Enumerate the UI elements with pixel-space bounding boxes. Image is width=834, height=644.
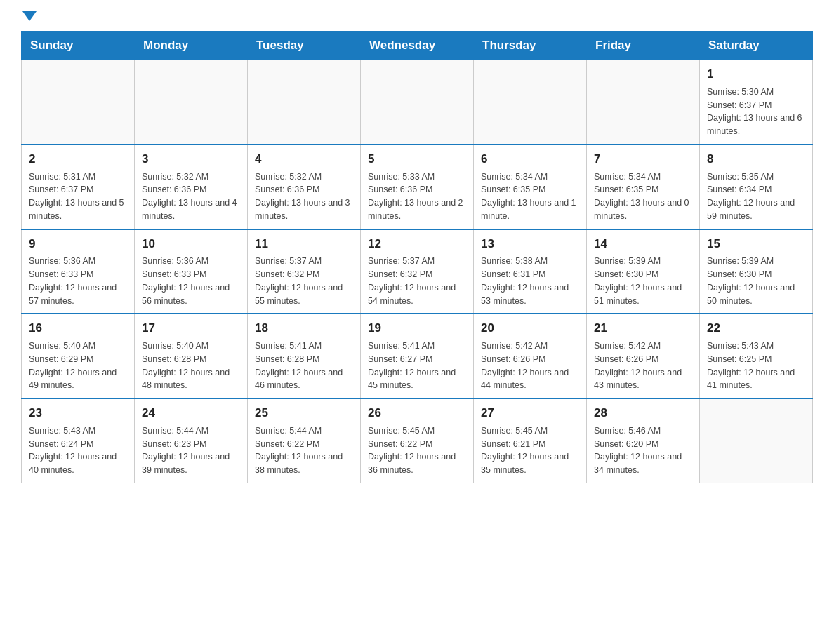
day-number: 24 bbox=[142, 405, 240, 422]
calendar-day-cell: 22Sunrise: 5:43 AMSunset: 6:25 PMDayligh… bbox=[700, 314, 813, 398]
day-number: 10 bbox=[142, 236, 240, 253]
calendar-day-cell: 2Sunrise: 5:31 AMSunset: 6:37 PMDaylight… bbox=[22, 145, 135, 229]
calendar-day-cell: 18Sunrise: 5:41 AMSunset: 6:28 PMDayligh… bbox=[248, 314, 361, 398]
day-info: Sunrise: 5:46 AMSunset: 6:20 PMDaylight:… bbox=[594, 424, 692, 477]
day-number: 11 bbox=[255, 236, 353, 253]
calendar-day-cell: 19Sunrise: 5:41 AMSunset: 6:27 PMDayligh… bbox=[361, 314, 474, 398]
calendar-week-row: 9Sunrise: 5:36 AMSunset: 6:33 PMDaylight… bbox=[22, 229, 813, 314]
day-number: 23 bbox=[29, 405, 127, 422]
day-number: 7 bbox=[594, 151, 692, 168]
day-info: Sunrise: 5:32 AMSunset: 6:36 PMDaylight:… bbox=[142, 170, 240, 223]
calendar-day-cell: 7Sunrise: 5:34 AMSunset: 6:35 PMDaylight… bbox=[587, 145, 700, 229]
calendar-day-cell: 23Sunrise: 5:43 AMSunset: 6:24 PMDayligh… bbox=[22, 398, 135, 483]
day-info: Sunrise: 5:45 AMSunset: 6:22 PMDaylight:… bbox=[368, 424, 466, 477]
calendar-header-tuesday: Tuesday bbox=[248, 32, 361, 60]
day-info: Sunrise: 5:39 AMSunset: 6:30 PMDaylight:… bbox=[594, 255, 692, 307]
calendar-day-cell: 14Sunrise: 5:39 AMSunset: 6:30 PMDayligh… bbox=[587, 229, 700, 314]
day-info: Sunrise: 5:32 AMSunset: 6:36 PMDaylight:… bbox=[255, 170, 353, 223]
day-number: 2 bbox=[29, 151, 127, 168]
day-info: Sunrise: 5:34 AMSunset: 6:35 PMDaylight:… bbox=[594, 170, 692, 223]
day-number: 21 bbox=[594, 320, 692, 337]
day-number: 4 bbox=[255, 151, 353, 168]
calendar-day-cell: 13Sunrise: 5:38 AMSunset: 6:31 PMDayligh… bbox=[474, 229, 587, 314]
day-info: Sunrise: 5:40 AMSunset: 6:29 PMDaylight:… bbox=[29, 340, 127, 392]
calendar-header-monday: Monday bbox=[135, 32, 248, 60]
day-number: 27 bbox=[481, 405, 579, 422]
calendar-week-row: 1Sunrise: 5:30 AMSunset: 6:37 PMDaylight… bbox=[22, 60, 813, 145]
calendar-header-friday: Friday bbox=[587, 32, 700, 60]
day-info: Sunrise: 5:34 AMSunset: 6:35 PMDaylight:… bbox=[481, 170, 579, 223]
calendar-day-cell bbox=[587, 60, 700, 145]
calendar-day-cell bbox=[22, 60, 135, 145]
calendar-day-cell: 12Sunrise: 5:37 AMSunset: 6:32 PMDayligh… bbox=[361, 229, 474, 314]
calendar-day-cell bbox=[474, 60, 587, 145]
calendar-day-cell: 6Sunrise: 5:34 AMSunset: 6:35 PMDaylight… bbox=[474, 145, 587, 229]
calendar-day-cell: 11Sunrise: 5:37 AMSunset: 6:32 PMDayligh… bbox=[248, 229, 361, 314]
day-number: 3 bbox=[142, 151, 240, 168]
day-info: Sunrise: 5:36 AMSunset: 6:33 PMDaylight:… bbox=[29, 255, 127, 307]
calendar-day-cell: 3Sunrise: 5:32 AMSunset: 6:36 PMDaylight… bbox=[135, 145, 248, 229]
calendar-day-cell: 26Sunrise: 5:45 AMSunset: 6:22 PMDayligh… bbox=[361, 398, 474, 483]
day-number: 15 bbox=[707, 236, 805, 253]
day-number: 5 bbox=[368, 151, 466, 168]
day-info: Sunrise: 5:30 AMSunset: 6:37 PMDaylight:… bbox=[707, 86, 805, 138]
calendar-week-row: 16Sunrise: 5:40 AMSunset: 6:29 PMDayligh… bbox=[22, 314, 813, 398]
day-info: Sunrise: 5:33 AMSunset: 6:36 PMDaylight:… bbox=[368, 170, 466, 223]
day-number: 6 bbox=[481, 151, 579, 168]
calendar-day-cell: 16Sunrise: 5:40 AMSunset: 6:29 PMDayligh… bbox=[22, 314, 135, 398]
calendar-day-cell: 25Sunrise: 5:44 AMSunset: 6:22 PMDayligh… bbox=[248, 398, 361, 483]
calendar-day-cell: 27Sunrise: 5:45 AMSunset: 6:21 PMDayligh… bbox=[474, 398, 587, 483]
day-info: Sunrise: 5:39 AMSunset: 6:30 PMDaylight:… bbox=[707, 255, 805, 307]
calendar-header-saturday: Saturday bbox=[700, 32, 813, 60]
day-number: 18 bbox=[255, 320, 353, 337]
calendar-day-cell: 9Sunrise: 5:36 AMSunset: 6:33 PMDaylight… bbox=[22, 229, 135, 314]
logo-triangle-icon bbox=[22, 11, 37, 21]
calendar-table: SundayMondayTuesdayWednesdayThursdayFrid… bbox=[21, 31, 813, 483]
page-header bbox=[21, 14, 813, 24]
calendar-day-cell: 21Sunrise: 5:42 AMSunset: 6:26 PMDayligh… bbox=[587, 314, 700, 398]
calendar-header-wednesday: Wednesday bbox=[361, 32, 474, 60]
day-info: Sunrise: 5:41 AMSunset: 6:27 PMDaylight:… bbox=[368, 340, 466, 392]
day-info: Sunrise: 5:45 AMSunset: 6:21 PMDaylight:… bbox=[481, 424, 579, 477]
calendar-header-row: SundayMondayTuesdayWednesdayThursdayFrid… bbox=[22, 32, 813, 60]
day-info: Sunrise: 5:43 AMSunset: 6:24 PMDaylight:… bbox=[29, 424, 127, 477]
day-number: 17 bbox=[142, 320, 240, 337]
calendar-day-cell: 10Sunrise: 5:36 AMSunset: 6:33 PMDayligh… bbox=[135, 229, 248, 314]
calendar-day-cell bbox=[135, 60, 248, 145]
day-info: Sunrise: 5:43 AMSunset: 6:25 PMDaylight:… bbox=[707, 340, 805, 392]
day-number: 1 bbox=[707, 66, 805, 83]
calendar-day-cell bbox=[361, 60, 474, 145]
calendar-day-cell bbox=[700, 398, 813, 483]
calendar-day-cell: 17Sunrise: 5:40 AMSunset: 6:28 PMDayligh… bbox=[135, 314, 248, 398]
day-info: Sunrise: 5:36 AMSunset: 6:33 PMDaylight:… bbox=[142, 255, 240, 307]
day-info: Sunrise: 5:37 AMSunset: 6:32 PMDaylight:… bbox=[255, 255, 353, 307]
calendar-day-cell: 5Sunrise: 5:33 AMSunset: 6:36 PMDaylight… bbox=[361, 145, 474, 229]
day-number: 26 bbox=[368, 405, 466, 422]
day-info: Sunrise: 5:40 AMSunset: 6:28 PMDaylight:… bbox=[142, 340, 240, 392]
day-info: Sunrise: 5:38 AMSunset: 6:31 PMDaylight:… bbox=[481, 255, 579, 307]
calendar-day-cell: 20Sunrise: 5:42 AMSunset: 6:26 PMDayligh… bbox=[474, 314, 587, 398]
day-info: Sunrise: 5:41 AMSunset: 6:28 PMDaylight:… bbox=[255, 340, 353, 392]
day-info: Sunrise: 5:42 AMSunset: 6:26 PMDaylight:… bbox=[481, 340, 579, 392]
day-number: 9 bbox=[29, 236, 127, 253]
day-number: 13 bbox=[481, 236, 579, 253]
day-number: 20 bbox=[481, 320, 579, 337]
day-info: Sunrise: 5:31 AMSunset: 6:37 PMDaylight:… bbox=[29, 170, 127, 223]
day-number: 16 bbox=[29, 320, 127, 337]
calendar-day-cell: 1Sunrise: 5:30 AMSunset: 6:37 PMDaylight… bbox=[700, 60, 813, 145]
day-number: 25 bbox=[255, 405, 353, 422]
day-number: 28 bbox=[594, 405, 692, 422]
day-info: Sunrise: 5:44 AMSunset: 6:23 PMDaylight:… bbox=[142, 424, 240, 477]
calendar-header-thursday: Thursday bbox=[474, 32, 587, 60]
calendar-day-cell: 24Sunrise: 5:44 AMSunset: 6:23 PMDayligh… bbox=[135, 398, 248, 483]
day-number: 8 bbox=[707, 151, 805, 168]
logo bbox=[21, 14, 37, 24]
day-info: Sunrise: 5:42 AMSunset: 6:26 PMDaylight:… bbox=[594, 340, 692, 392]
day-info: Sunrise: 5:35 AMSunset: 6:34 PMDaylight:… bbox=[707, 170, 805, 223]
day-number: 19 bbox=[368, 320, 466, 337]
day-info: Sunrise: 5:37 AMSunset: 6:32 PMDaylight:… bbox=[368, 255, 466, 307]
calendar-day-cell: 15Sunrise: 5:39 AMSunset: 6:30 PMDayligh… bbox=[700, 229, 813, 314]
day-number: 22 bbox=[707, 320, 805, 337]
calendar-week-row: 2Sunrise: 5:31 AMSunset: 6:37 PMDaylight… bbox=[22, 145, 813, 229]
calendar-header-sunday: Sunday bbox=[22, 32, 135, 60]
